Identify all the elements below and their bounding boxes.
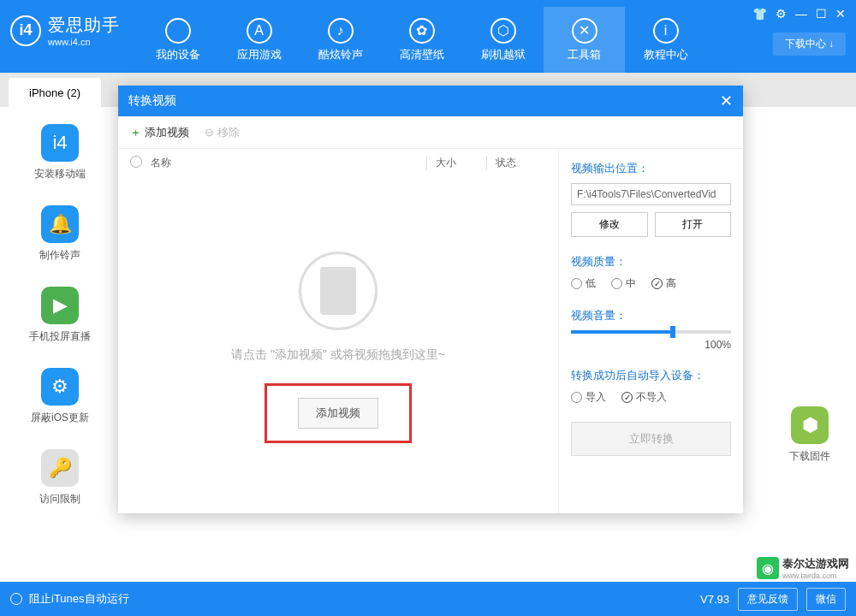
highlight-box: 添加视频 xyxy=(265,383,412,443)
nav-my-device[interactable]: 我的设备 xyxy=(137,7,218,73)
convert-video-dialog: 转换视频 ✕ ＋添加视频 ⊖移除 名称 大小 状态 请点击 "添加视频" 或将视… xyxy=(118,86,743,513)
status-bar: 阻止iTunes自动运行 V7.93 意见反馈 微信 xyxy=(0,582,856,616)
volume-label: 视频音量： xyxy=(571,308,731,323)
video-list-panel: 名称 大小 状态 请点击 "添加视频" 或将视频拖拽到这里~ 添加视频 xyxy=(118,149,559,513)
version-label: V7.93 xyxy=(700,593,729,606)
slider-thumb[interactable] xyxy=(670,326,675,338)
add-video-button[interactable]: 添加视频 xyxy=(298,398,378,429)
app-header: i4 爱思助手 www.i4.cn 我的设备 A应用游戏 ♪酷炫铃声 ✿高清壁纸… xyxy=(0,0,856,73)
bell-icon: 🔔 xyxy=(41,205,79,243)
settings-icon[interactable]: ⚙ xyxy=(776,7,787,21)
volume-value: 100% xyxy=(571,339,731,351)
device-tab[interactable]: iPhone (2) xyxy=(9,78,101,107)
minus-icon: ⊖ xyxy=(205,126,214,139)
col-name: 名称 xyxy=(151,156,426,170)
nav-apps[interactable]: A应用游戏 xyxy=(218,7,300,73)
flower-icon: ✿ xyxy=(409,18,435,44)
quality-label: 视频质量： xyxy=(571,254,731,270)
maximize-icon[interactable]: ☐ xyxy=(816,7,827,21)
dialog-title: 转换视频 xyxy=(128,93,176,109)
radio-icon xyxy=(10,593,22,605)
volume-slider[interactable] xyxy=(571,330,731,334)
tool-ringtone[interactable]: 🔔制作铃声 xyxy=(26,205,94,263)
top-nav: 我的设备 A应用游戏 ♪酷炫铃声 ✿高清壁纸 ⬡刷机越狱 ✕工具箱 i教程中心 xyxy=(137,7,846,73)
list-header: 名称 大小 状态 xyxy=(118,149,558,177)
add-video-action[interactable]: ＋添加视频 xyxy=(130,125,189,140)
watermark: ◉ 泰尔达游戏网 www.tairda.com xyxy=(757,556,849,580)
drop-hint: 请点击 "添加视频" 或将视频拖拽到这里~ xyxy=(118,347,558,363)
tool-screencast[interactable]: ▶手机投屏直播 xyxy=(26,287,94,344)
nav-jailbreak[interactable]: ⬡刷机越狱 xyxy=(462,7,544,73)
dialog-toolbar: ＋添加视频 ⊖移除 xyxy=(118,116,743,149)
cube-icon: ◉ xyxy=(757,557,779,579)
tool-install-mobile[interactable]: i4安装移动端 xyxy=(26,124,94,181)
tools-icon: ✕ xyxy=(572,18,597,44)
quality-high-radio[interactable]: 高 xyxy=(651,276,676,291)
convert-button[interactable]: 立即转换 xyxy=(571,422,731,456)
apple-icon xyxy=(165,18,191,44)
dialog-close-icon[interactable]: ✕ xyxy=(720,92,733,110)
nav-toolbox[interactable]: ✕工具箱 xyxy=(544,7,625,73)
appstore-icon: A xyxy=(247,18,272,44)
download-center-button[interactable]: 下载中心 ↓ xyxy=(773,33,846,56)
remove-action: ⊖移除 xyxy=(205,125,240,140)
output-label: 视频输出位置： xyxy=(571,161,731,176)
nav-tutorials[interactable]: i教程中心 xyxy=(625,7,706,73)
tool-download-firmware[interactable]: ⬢ 下载固件 xyxy=(789,406,830,464)
logo-title: 爱思助手 xyxy=(48,14,120,37)
modify-button[interactable]: 修改 xyxy=(571,212,648,237)
dialog-titlebar: 转换视频 ✕ xyxy=(118,86,743,116)
open-button[interactable]: 打开 xyxy=(655,212,732,237)
select-all-checkbox[interactable] xyxy=(130,156,142,168)
cube-icon: ⬢ xyxy=(791,406,829,444)
quality-mid-radio[interactable]: 中 xyxy=(611,276,636,291)
import-no-radio[interactable]: 不导入 xyxy=(621,390,667,405)
logo-url: www.i4.cn xyxy=(48,37,120,47)
import-yes-radio[interactable]: 导入 xyxy=(571,390,606,405)
info-icon: i xyxy=(653,18,679,44)
quality-low-radio[interactable]: 低 xyxy=(571,276,596,291)
gear-icon: ⚙ xyxy=(41,368,79,406)
tool-grid-left: i4安装移动端 🔔制作铃声 ▶手机投屏直播 ⚙屏蔽iOS更新 🔑访问限制 xyxy=(26,124,94,506)
play-icon: ▶ xyxy=(41,287,79,324)
skin-icon[interactable]: 👕 xyxy=(752,7,767,21)
drop-zone[interactable]: 请点击 "添加视频" 或将视频拖拽到这里~ 添加视频 xyxy=(118,252,558,443)
logo-icon: i4 xyxy=(10,15,41,46)
col-state: 状态 xyxy=(486,156,546,170)
tool-block-update[interactable]: ⚙屏蔽iOS更新 xyxy=(26,368,94,425)
film-icon xyxy=(299,252,377,330)
key-icon: 🔑 xyxy=(41,449,79,487)
logo[interactable]: i4 爱思助手 www.i4.cn xyxy=(10,14,120,47)
output-path-field[interactable]: F:\i4Tools7\Files\ConvertedVid xyxy=(571,183,731,205)
close-icon[interactable]: ✕ xyxy=(835,7,846,21)
settings-panel: 视频输出位置： F:\i4Tools7\Files\ConvertedVid 修… xyxy=(559,149,743,513)
minimize-icon[interactable]: — xyxy=(795,7,807,21)
import-label: 转换成功后自动导入设备： xyxy=(571,368,731,383)
nav-wallpapers[interactable]: ✿高清壁纸 xyxy=(381,7,462,73)
wechat-button[interactable]: 微信 xyxy=(806,588,846,611)
tool-restrictions[interactable]: 🔑访问限制 xyxy=(26,449,94,506)
bell-icon: ♪ xyxy=(328,18,354,44)
feedback-button[interactable]: 意见反馈 xyxy=(738,588,798,611)
window-controls: 👕 ⚙ — ☐ ✕ xyxy=(752,7,846,21)
box-icon: ⬡ xyxy=(490,18,516,44)
plus-icon: ＋ xyxy=(130,125,141,140)
nav-ringtones[interactable]: ♪酷炫铃声 xyxy=(300,7,381,73)
i4-icon: i4 xyxy=(41,124,79,162)
block-itunes-toggle[interactable]: 阻止iTunes自动运行 xyxy=(10,591,129,607)
col-size: 大小 xyxy=(426,156,486,170)
